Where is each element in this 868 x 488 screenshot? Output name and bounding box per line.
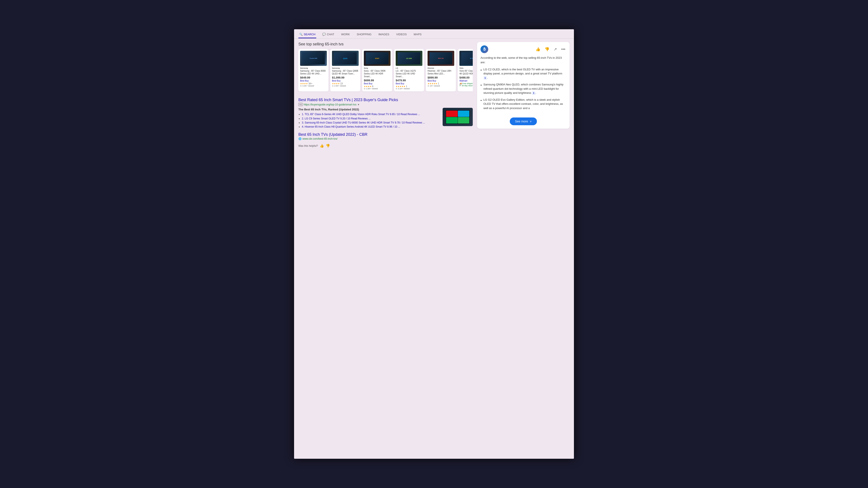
product-card[interactable]: LG UHD LG LG - 65" Class UQ75 Series LED… <box>394 49 424 92</box>
thumbup-ai-button[interactable]: 👍 <box>535 46 541 53</box>
search-page: 🔍 SEARCH 💬 CHAT WORK SHOPPING IMAGES VID… <box>294 29 574 459</box>
product-card[interactable]: 4K QLED Vizio Vizio 65" Class M6 Series … <box>458 49 473 92</box>
fade-overlay <box>480 108 566 115</box>
main-content: See top selling 65-inch tvs Crystal UHD … <box>294 38 574 151</box>
bing-ai-icon: ɓ <box>480 45 488 53</box>
result-subtitle: The Best 65 Inch TVs, Ranked (Updated 20… <box>298 108 440 111</box>
result-url-row-2: 🌐 www.cbr.com/best-65-inch-tvs/ <box>298 137 473 140</box>
tab-work[interactable]: WORK <box>340 31 351 38</box>
fade-gradient <box>480 108 566 115</box>
tv-thumbnail: LG UHD <box>396 51 423 66</box>
app-tile-hulu <box>458 110 469 117</box>
tv-thumbnail: MINI LED <box>428 51 454 66</box>
result-list: 1. TCL 65" Class 6-Series 4K UHD QLED Do… <box>298 112 440 129</box>
result-ad-url: Ad https://buyersguide.org/top-10-guide/… <box>298 103 473 106</box>
ai-list: LG C2 OLED, which is the best OLED TV wi… <box>480 67 566 110</box>
tab-videos[interactable]: VIDEOS <box>395 31 407 38</box>
helpful-row: Was this helpful? 👍 👎 <box>298 144 473 148</box>
ai-reference-2: 1 <box>532 92 535 95</box>
tab-shopping[interactable]: SHOPPING <box>356 31 372 38</box>
list-item-link[interactable]: 4. Hisense 65-Inch Class H8 Quantum Seri… <box>302 125 400 128</box>
list-item-link[interactable]: 2. LG C9 Series Smart OLED TV 9.20 / 10 … <box>302 117 371 120</box>
product-card[interactable]: SONY Sony Sony - 65" Class X80K Series L… <box>362 49 392 92</box>
more-ai-button[interactable]: ••• <box>560 46 566 53</box>
tab-search[interactable]: 🔍 SEARCH <box>298 31 316 38</box>
product-card[interactable]: QLED Samsung Samsung - 65" Class Q80B QL… <box>330 49 361 92</box>
ai-list-item-2: Samsung QN90A Neo QLED, which combines S… <box>480 83 566 95</box>
thumbdown-button[interactable]: 👎 <box>326 144 330 148</box>
list-item: 1. TCL 65" Class 6-Series 4K UHD QLED Do… <box>302 112 440 117</box>
tab-search-label: SEARCH <box>304 33 315 36</box>
ai-intro: According to the web, some of the top se… <box>480 56 566 65</box>
chevron-down-icon: ∨ <box>530 120 532 123</box>
search-nav-icon: 🔍 <box>299 33 303 36</box>
product-scroll[interactable]: Crystal UHD Samsung Samsung - 65" Class … <box>298 49 473 93</box>
result-title-2[interactable]: Best 65 Inch TVs (Updated 2022) - CBR <box>298 132 368 137</box>
tab-images[interactable]: IMAGES <box>378 31 390 38</box>
tab-chat[interactable]: 💬 CHAT <box>321 31 335 38</box>
result-image <box>443 108 473 126</box>
ai-text: According to the web, some of the top se… <box>480 56 566 125</box>
carousel-title: See top selling 65-inch tvs <box>298 42 473 46</box>
thumbup-button[interactable]: 👍 <box>320 144 324 148</box>
tv-thumbnail: 4K QLED <box>459 51 473 66</box>
tab-images-label: IMAGES <box>378 33 390 36</box>
tab-maps-label: MAPS <box>413 33 422 36</box>
tv-thumbnail: QLED <box>332 51 359 66</box>
search-result-2: Best 65 Inch TVs (Updated 2022) - CBR 🌐 … <box>298 132 473 140</box>
search-result-1: Best Rated 65 Inch Smart TVs | 2023 Buye… <box>298 97 473 129</box>
list-item: 4. Hisense 65-Inch Class H8 Quantum Seri… <box>302 125 440 129</box>
see-more-label: See more <box>515 120 528 123</box>
left-panel: See top selling 65-inch tvs Crystal UHD … <box>298 42 473 148</box>
tab-shopping-label: SHOPPING <box>357 33 372 36</box>
tab-work-label: WORK <box>341 33 350 36</box>
tv-thumbnail: Crystal UHD <box>300 51 327 66</box>
result-url-2: www.cbr.com/best-65-inch-tvs/ <box>303 137 338 140</box>
tab-maps[interactable]: MAPS <box>413 31 423 38</box>
app-tile-app <box>458 117 469 123</box>
result-text-1: The Best 65 Inch TVs, Ranked (Updated 20… <box>298 108 440 129</box>
nav-tabs: 🔍 SEARCH 💬 CHAT WORK SHOPPING IMAGES VID… <box>294 29 574 38</box>
list-item: 3. Samsung 65-Inch Class Crystal UHD TU-… <box>302 121 440 125</box>
list-item-link[interactable]: 3. Samsung 65-Inch Class Crystal UHD TU-… <box>302 121 425 124</box>
helpful-label: Was this helpful? <box>298 144 318 148</box>
result-url-1: https://buyersguide.org/top-10-guide/sma… <box>304 103 356 106</box>
list-item: 2. LG C9 Series Smart OLED TV 9.20 / 10 … <box>302 117 440 121</box>
app-tile-netflix <box>446 110 458 117</box>
ai-reference-1: 1 <box>484 76 487 79</box>
share-ai-button[interactable]: ↗ <box>553 46 558 53</box>
favicon-icon: 🌐 <box>298 137 302 140</box>
ai-actions: 👍 👎 ↗ ••• <box>535 46 566 53</box>
app-tile-spotify <box>446 117 458 123</box>
product-card[interactable]: Crystal UHD Samsung Samsung - 65" Class … <box>298 49 329 92</box>
tab-videos-label: VIDEOS <box>396 33 407 36</box>
screen-container: 🔍 SEARCH 💬 CHAT WORK SHOPPING IMAGES VID… <box>294 29 574 459</box>
result-body-1: The Best 65 Inch TVs, Ranked (Updated 20… <box>298 108 473 129</box>
chat-nav-icon: 💬 <box>322 33 326 36</box>
ad-label: Ad <box>298 103 303 106</box>
see-more-container: See more ∨ <box>480 118 566 125</box>
tab-chat-label: CHAT <box>327 33 334 36</box>
ai-header: ɓ 👍 👎 ↗ ••• <box>480 45 566 53</box>
result-title-1[interactable]: Best Rated 65 Inch Smart TVs | 2023 Buye… <box>298 98 398 102</box>
right-panel: ɓ 👍 👎 ↗ ••• According to the web, some o… <box>477 42 569 148</box>
tv-thumbnail: SONY <box>364 51 391 66</box>
product-card[interactable]: MINI LED Hisense Hisense - 65" Class U8H… <box>426 49 456 92</box>
dropdown-icon[interactable]: ▼ <box>358 103 360 106</box>
product-carousel: See top selling 65-inch tvs Crystal UHD … <box>298 42 473 93</box>
see-more-button[interactable]: See more ∨ <box>510 118 537 125</box>
ai-list-item-1: LG C2 OLED, which is the best OLED TV wi… <box>480 67 566 80</box>
thumbdown-ai-button[interactable]: 👎 <box>544 46 550 53</box>
ai-panel: ɓ 👍 👎 ↗ ••• According to the web, some o… <box>477 42 569 129</box>
list-item-link[interactable]: 1. TCL 65" Class 6-Series 4K UHD QLED Do… <box>302 113 420 116</box>
